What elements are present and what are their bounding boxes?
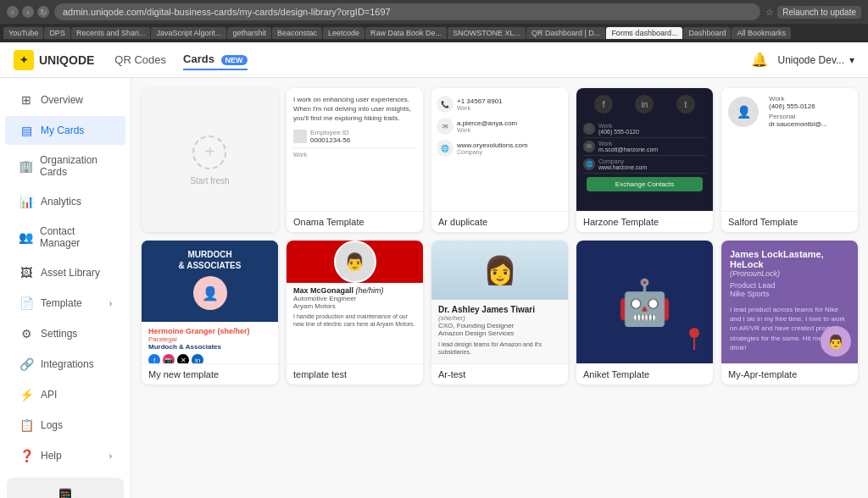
card-my-new-template[interactable]: MURDOCH& ASSOCIATES 👤 Hermoine Granger (…	[142, 241, 278, 385]
sidebar-item-logs[interactable]: 📋 Logs	[5, 411, 125, 440]
exchange-contacts-button[interactable]: Exchange Contacts	[587, 177, 703, 191]
card-start-from-scratch[interactable]: + Start fresh Start from scratch	[142, 88, 278, 232]
sidebar-item-overview[interactable]: ⊞ Overview	[5, 86, 125, 114]
forward-button[interactable]: ›	[22, 6, 34, 18]
facebook-icon: f	[148, 354, 160, 363]
murdoch-bottom-section: Hermoine Granger (she/her) Paralegal Mur…	[142, 322, 278, 363]
reload-button[interactable]: ↻	[37, 6, 49, 18]
tab-beaconstac[interactable]: Beaconstac	[272, 27, 322, 39]
harzone-email-content: Work m.scott@harzone.com	[598, 141, 658, 152]
sidebar-item-asset-library[interactable]: 🖼 Asset Library	[5, 258, 125, 287]
card-preview: James LockLastame, HeLock (PronounLock) …	[721, 241, 858, 363]
card-title: Ar-test	[431, 363, 568, 385]
card-title: My-Apr-template	[721, 363, 858, 385]
social-icon-1: f	[594, 95, 613, 113]
url-text: admin.uniqode.com/digital-business-cards…	[63, 7, 391, 17]
sidebar-promo: 📱 Get your digital business cards on you…	[7, 478, 124, 498]
social-icon-2: in	[635, 95, 654, 113]
url-bar[interactable]: admin.uniqode.com/digital-business-cards…	[54, 3, 760, 20]
card-salford-template[interactable]: 👤 Work (406) 555-0126 Personal dr.saucem…	[721, 88, 858, 232]
card-ar-duplicate[interactable]: 📞 +1 34567 8901 Work ✉ a.pierce@anya.com…	[431, 88, 568, 232]
ar-phone-row: 📞 +1 34567 8901 Work	[437, 93, 563, 115]
murdoch-name: Hermoine Granger (she/her)	[148, 327, 271, 335]
ar-email-row: ✉ a.pierce@anya.com Work	[437, 115, 563, 137]
notification-bell[interactable]: 🔔	[751, 52, 768, 68]
card-aniket-template[interactable]: 🤖 Aniket Template	[576, 241, 713, 385]
tab-forms[interactable]: Forms dashboard...	[606, 27, 682, 39]
card-preview: + Start fresh	[142, 88, 278, 232]
tab-qr[interactable]: QR Dashboard | D...	[526, 27, 605, 39]
sidebar: ⊞ Overview ▤ My Cards 🏢 Organization Car…	[0, 78, 131, 498]
nav-qr-codes[interactable]: QR Codes	[114, 50, 166, 69]
tab-js[interactable]: JavaScript Algorit...	[151, 27, 226, 39]
logo-text: UNIQODE	[39, 53, 94, 67]
card-harzone-template[interactable]: f in t 📞 Work (406) 555-0120 ✉	[576, 88, 713, 232]
ashley-title: CXO, Founding Designer	[438, 322, 561, 329]
relaunch-button[interactable]: Relaunch to update	[777, 6, 861, 19]
onama-bio: I work on enhancing user experiences. Wh…	[293, 95, 416, 124]
tab-dps[interactable]: DPS	[44, 27, 70, 39]
murdoch-title: Paralegal	[148, 335, 271, 343]
card-onama-template[interactable]: I work on enhancing user experiences. Wh…	[287, 88, 423, 232]
analytics-icon: 📊	[19, 195, 34, 208]
logs-icon: 📋	[19, 418, 34, 432]
add-icon: +	[192, 136, 226, 169]
instagram-icon: 📷	[163, 354, 175, 363]
ar-phone-content: +1 34567 8901 Work	[457, 97, 503, 111]
murdoch-social-icons: f 📷 ✕ in	[148, 354, 271, 363]
sidebar-item-help[interactable]: ❓ Help ›	[5, 441, 125, 470]
card-template-test[interactable]: 👨 Max McGonagall (he/him) Automotive Eng…	[287, 241, 423, 385]
nav-cards[interactable]: Cards NEW	[183, 49, 247, 70]
card-my-apr-template[interactable]: James LockLastame, HeLock (PronounLock) …	[721, 241, 858, 385]
nav-user[interactable]: Uniqode Dev... ▾	[778, 54, 855, 66]
james-name: James LockLastame, HeLock	[730, 249, 849, 269]
james-pronoun: (PronounLock)	[730, 269, 849, 278]
twitter-icon: ✕	[177, 354, 189, 363]
tab-bookmarks[interactable]: All Bookmarks	[732, 27, 791, 39]
tab-rawdata[interactable]: Raw Data Book De...	[365, 27, 447, 39]
tabs-bar: YouTube DPS Recents and Shari... JavaScr…	[0, 24, 868, 42]
murdoch-company: Murdoch & Associates	[148, 343, 271, 351]
back-button[interactable]: ‹	[7, 6, 19, 18]
sidebar-item-analytics[interactable]: 📊 Analytics	[5, 187, 125, 216]
sidebar-item-settings[interactable]: ⚙ Settings	[5, 319, 125, 348]
star-icon[interactable]: ☆	[765, 7, 774, 18]
tab-dashboard[interactable]: Dashboard	[683, 27, 731, 39]
ashley-company: Amazon Design Services	[438, 329, 561, 337]
onama-employee-label: Employee ID	[310, 129, 350, 136]
email-icon: ✉	[437, 118, 453, 135]
ashley-pronoun: (she/her)	[438, 314, 561, 322]
ashley-photo: 👩	[431, 241, 568, 300]
sidebar-item-org-cards[interactable]: 🏢 Organization Cards	[5, 147, 125, 185]
sidebar-item-template[interactable]: 📄 Template ›	[5, 289, 125, 318]
tab-youtube[interactable]: YouTube	[3, 27, 43, 39]
onama-employee-val: 00001234-56	[310, 136, 350, 144]
card-title: Onama Template	[287, 211, 423, 232]
sidebar-item-integrations[interactable]: 🔗 Integrations	[5, 350, 125, 379]
aniket-mascot: 🤖	[617, 280, 672, 324]
tab-getharshit[interactable]: getharshit	[227, 27, 271, 39]
sidebar-item-api[interactable]: ⚡ API	[5, 380, 125, 409]
onama-field-content: Employee ID 00001234-56	[310, 129, 350, 144]
sidebar-item-label: Organization Cards	[40, 154, 112, 178]
card-preview: I work on enhancing user experiences. Wh…	[287, 88, 423, 211]
ar-email-content: a.pierce@anya.com Work	[457, 119, 517, 133]
overview-icon: ⊞	[19, 93, 34, 107]
tab-recents[interactable]: Recents and Shari...	[71, 27, 151, 39]
sidebar-item-my-cards[interactable]: ▤ My Cards	[5, 116, 125, 145]
tab-snowstone[interactable]: SNOWSTONE XL...	[448, 27, 526, 39]
tab-leetcode[interactable]: Leetcode	[323, 27, 364, 39]
sidebar-item-label: Analytics	[41, 196, 81, 208]
max-company: Aryam Motors	[293, 302, 416, 310]
ashley-info: Dr. Ashley James Tiwari (she/her) CXO, F…	[431, 300, 568, 361]
scratch-content: + Start fresh	[190, 136, 229, 185]
linkedin-icon: in	[192, 354, 203, 363]
sidebar-item-contact-manager[interactable]: 👥 Contact Manager	[5, 218, 125, 257]
my-cards-icon: ▤	[19, 124, 34, 137]
chevron-down-icon: ▾	[849, 54, 854, 66]
sidebar-item-label: My Cards	[41, 125, 84, 136]
user-label: Uniqode Dev...	[778, 54, 845, 66]
card-ar-test[interactable]: 👩 Dr. Ashley James Tiwari (she/her) CXO,…	[431, 241, 568, 385]
sidebar-item-label: Logs	[41, 419, 63, 431]
nav-badge: NEW	[221, 55, 248, 65]
